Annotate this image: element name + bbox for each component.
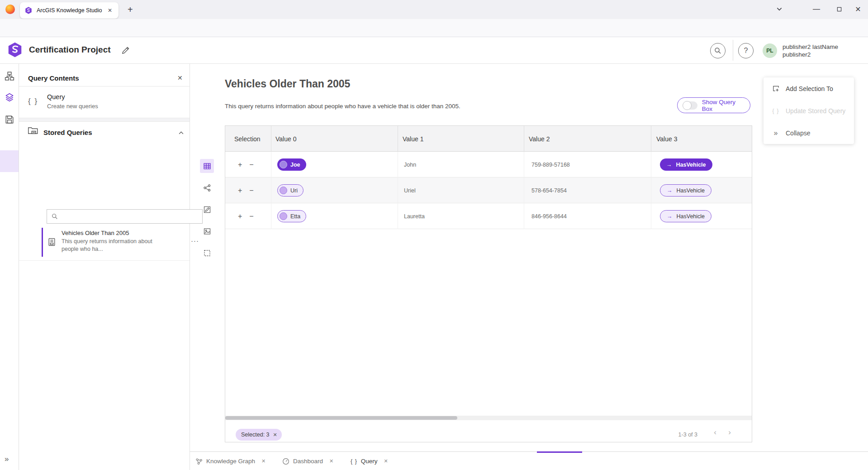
browser-tab[interactable]: ArcGIS Knowledge Studio ✕: [20, 2, 119, 19]
expand-row-button[interactable]: +: [238, 187, 242, 195]
query-contents-panel: Query Contents ✕ { } Query Create new qu…: [19, 64, 190, 470]
menu-item-add-selection-to[interactable]: Add Selection To: [764, 77, 854, 100]
item-options-icon[interactable]: ···: [191, 237, 199, 245]
table-row[interactable]: +− Joe John 759-889-57168 →HasVehicle: [225, 152, 752, 177]
table-view-button[interactable]: [200, 159, 214, 173]
question-icon: ?: [744, 47, 748, 55]
document-icon: [48, 238, 56, 246]
collapse-section-chevron-icon[interactable]: [178, 130, 184, 136]
tab-knowledge-graph[interactable]: Knowledge Graph ✕: [195, 452, 266, 470]
col-value0[interactable]: Value 0: [275, 126, 296, 152]
expand-row-button[interactable]: +: [238, 212, 242, 221]
avatar[interactable]: PL: [763, 43, 777, 58]
arrow-right-icon: →: [666, 162, 672, 168]
braces-icon: { }: [28, 97, 38, 106]
braces-icon: { }: [351, 458, 357, 465]
entity-pill[interactable]: Etta: [277, 210, 306, 222]
select-tool-button[interactable]: [200, 246, 214, 260]
save-rail-icon[interactable]: [5, 115, 14, 125]
toggle-track[interactable]: [683, 101, 697, 110]
relationship-pill[interactable]: →HasVehicle: [660, 184, 711, 197]
new-query-item[interactable]: { } Query Create new queries: [19, 86, 190, 118]
close-tab-icon[interactable]: ✕: [261, 458, 266, 464]
show-query-box-toggle[interactable]: Show Query Box: [677, 97, 750, 113]
knowledge-graph-rail-icon[interactable]: [5, 71, 14, 81]
dashboard-icon: [282, 458, 289, 465]
map-image-icon: [203, 227, 211, 235]
page-prev-icon[interactable]: ‹: [714, 428, 716, 437]
table-row[interactable]: +− Uri Uriel 578-654-7854 →HasVehicle: [225, 177, 752, 203]
scrollbar-thumb[interactable]: [225, 416, 457, 420]
expand-panel-button[interactable]: »: [5, 455, 9, 464]
horizontal-scrollbar[interactable]: [225, 416, 752, 420]
collapse-row-button[interactable]: −: [249, 212, 253, 221]
table-row[interactable]: +− Etta Lauretta 846-956-8644 →HasVehicl…: [225, 203, 752, 229]
tab-title: ArcGIS Knowledge Studio: [37, 7, 106, 14]
results-table: Selection Value 0 Value 1 Value 2 Value …: [225, 125, 752, 442]
col-value1[interactable]: Value 1: [403, 126, 423, 152]
col-value2[interactable]: Value 2: [529, 126, 550, 152]
selected-indicator: [42, 228, 43, 257]
col-value3[interactable]: Value 3: [656, 126, 677, 152]
active-tab-indicator: [537, 451, 582, 453]
selected-count-chip[interactable]: Selected: 3 ✕: [236, 429, 282, 441]
firefox-icon[interactable]: [5, 5, 15, 14]
braces-icon: { }: [772, 107, 780, 114]
edit-chart-view-button[interactable]: [200, 202, 214, 216]
new-tab-button[interactable]: +: [128, 3, 133, 16]
close-tab-icon[interactable]: ✕: [384, 458, 388, 464]
page-next-icon[interactable]: ›: [728, 428, 731, 437]
tab-dashboard[interactable]: Dashboard ✕: [282, 452, 333, 470]
entity-pill[interactable]: Joe: [277, 158, 306, 171]
list-divider: [19, 260, 190, 261]
header-divider: [733, 40, 733, 61]
tab-close-icon[interactable]: ✕: [106, 6, 114, 14]
collapse-row-button[interactable]: −: [249, 161, 253, 169]
stored-query-desc-2: people who ha...: [62, 246, 103, 252]
chart-edit-icon: [203, 206, 211, 214]
panel-close-icon[interactable]: ✕: [177, 74, 183, 82]
browser-window: ArcGIS Knowledge Studio ✕ + — ✕ ← → htt: [0, 0, 868, 470]
collapse-row-button[interactable]: −: [249, 187, 253, 195]
app-logo-icon: [6, 41, 24, 58]
window-maximize-button[interactable]: [829, 0, 849, 18]
page-title: Vehicles Older Than 2005: [225, 78, 350, 90]
tab-query[interactable]: { } Query ✕: [351, 452, 388, 470]
entity-dot-icon: [280, 161, 287, 168]
link-chart-view-button[interactable]: [200, 181, 214, 195]
stored-queries-title: Stored Queries: [43, 129, 92, 136]
double-chevron-right-icon: »: [772, 129, 780, 137]
map-view-button[interactable]: [200, 224, 214, 238]
expand-row-button[interactable]: +: [238, 161, 242, 169]
edit-pencil-icon[interactable]: [121, 46, 130, 55]
entity-dot-icon: [280, 212, 287, 220]
close-tab-icon[interactable]: ✕: [329, 458, 333, 464]
help-button[interactable]: ?: [738, 43, 754, 58]
stored-query-item[interactable]: Vehicles Older Than 2005 This query retu…: [42, 227, 203, 258]
menu-item-collapse[interactable]: » Collapse: [764, 122, 854, 144]
table-icon: [203, 162, 211, 170]
stored-queries-search[interactable]: [47, 209, 203, 224]
browser-navbar: ← → https://dev0028833.esri.com/portal/a…: [0, 19, 868, 37]
entity-dot-icon: [280, 187, 287, 194]
clear-selection-icon[interactable]: ✕: [273, 432, 277, 438]
search-icon: [714, 47, 721, 54]
content-tabbar: Knowledge Graph ✕ Dashboard ✕ { } Query …: [190, 451, 868, 470]
toggle-label: Show Query Box: [702, 99, 745, 112]
layers-rail-icon[interactable]: [5, 92, 14, 102]
tab-list-chevron-icon[interactable]: [776, 6, 783, 12]
relationship-pill[interactable]: →HasVehicle: [660, 210, 711, 222]
cell-value1: Lauretta: [404, 203, 425, 229]
window-close-button[interactable]: ✕: [848, 0, 868, 18]
user-name[interactable]: publisher2 lastName publisher2: [783, 43, 838, 58]
col-selection[interactable]: Selection: [234, 126, 261, 152]
search-button[interactable]: [710, 43, 726, 58]
project-title: Certification Project: [29, 45, 111, 55]
window-minimize-button[interactable]: —: [806, 0, 827, 18]
stored-queries-search-input[interactable]: [62, 213, 198, 220]
rail-active-tile: [0, 150, 19, 172]
stored-query-title: Vehicles Older Than 2005: [62, 230, 129, 236]
relationship-pill[interactable]: →HasVehicle: [660, 158, 712, 171]
entity-pill[interactable]: Uri: [277, 184, 304, 197]
arrow-right-icon: →: [667, 213, 673, 220]
